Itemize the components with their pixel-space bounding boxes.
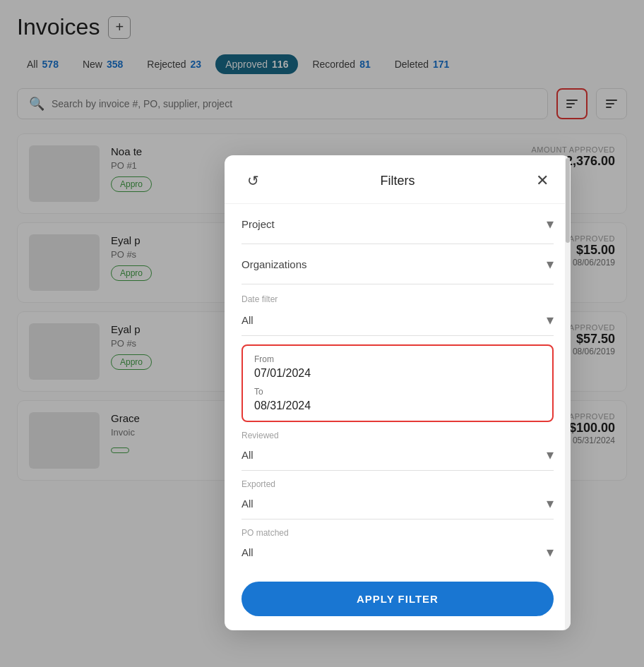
modal-title: Filters [264,174,531,188]
po-matched-select[interactable]: All ▾ [242,539,554,567]
reviewed-section: Reviewed All ▾ [242,431,554,471]
modal-scrollbar [565,155,571,630]
exported-section: Exported All ▾ [242,479,554,519]
project-filter-row[interactable]: Project ▾ [242,204,554,244]
reviewed-select[interactable]: All ▾ [242,442,554,471]
chevron-down-icon: ▾ [547,495,554,512]
scrollbar-thumb[interactable] [566,158,570,243]
refresh-button[interactable]: ↺ [242,169,264,192]
modal-body: Project ▾ Organizations ▾ Date filter Al… [225,204,571,630]
organizations-filter-row[interactable]: Organizations ▾ [242,244,554,284]
exported-select[interactable]: All ▾ [242,491,554,519]
date-filter-select[interactable]: All ▾ [242,307,554,336]
chevron-down-icon: ▾ [547,543,554,560]
apply-filter-button[interactable]: APPLY FILTER [242,582,554,616]
chevron-down-icon: ▾ [547,215,554,232]
close-button[interactable]: ✕ [531,169,554,192]
chevron-down-icon: ▾ [547,256,554,272]
modal-header: ↺ Filters ✕ [225,155,571,204]
date-filter-section: Date filter All ▾ [242,294,554,336]
modal-overlay: ↺ Filters ✕ Project ▾ Organizations ▾ Da… [0,0,644,667]
chevron-down-icon: ▾ [547,446,554,463]
po-matched-section: PO matched All ▾ [242,528,554,567]
filters-modal: ↺ Filters ✕ Project ▾ Organizations ▾ Da… [225,155,571,630]
date-range-box[interactable]: From 07/01/2024 To 08/31/2024 [242,344,554,422]
chevron-down-icon: ▾ [547,311,554,328]
